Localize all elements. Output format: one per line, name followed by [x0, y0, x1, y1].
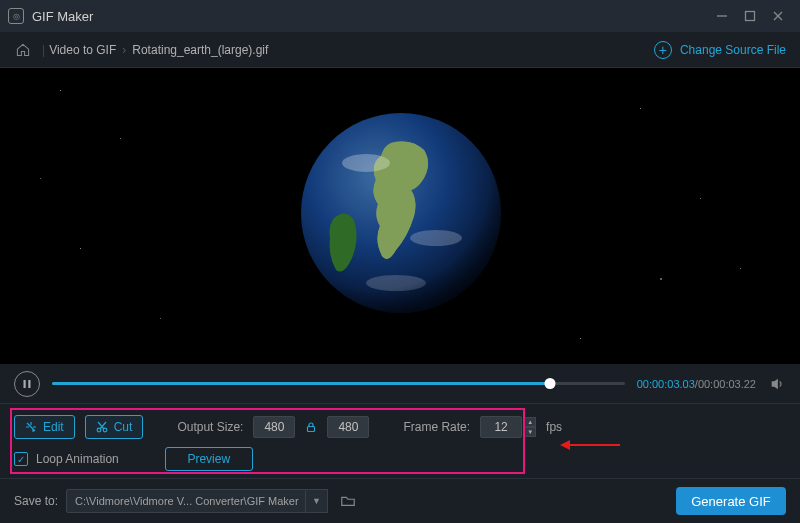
settings-panel: Edit Cut Output Size: Frame Rate: ▲ ▼ fp… — [0, 404, 800, 479]
video-preview[interactable] — [0, 68, 800, 364]
svg-rect-1 — [746, 12, 755, 21]
volume-icon[interactable] — [768, 375, 786, 393]
svg-marker-17 — [560, 440, 570, 450]
loop-animation-checkbox[interactable]: ✓ — [14, 452, 28, 466]
frame-rate-label: Frame Rate: — [403, 420, 470, 434]
save-to-label: Save to: — [14, 494, 58, 508]
frame-rate-input[interactable] — [480, 416, 522, 438]
save-path-dropdown[interactable]: ▼ — [306, 489, 328, 513]
edit-label: Edit — [43, 420, 64, 434]
earth-image — [296, 108, 506, 318]
pause-button[interactable] — [14, 371, 40, 397]
output-height-input[interactable] — [327, 416, 369, 438]
progress-slider[interactable] — [52, 382, 625, 385]
frame-rate-down[interactable]: ▼ — [524, 427, 536, 437]
cut-label: Cut — [114, 420, 133, 434]
annotation-arrow — [560, 438, 620, 455]
output-width-input[interactable] — [253, 416, 295, 438]
svg-rect-9 — [24, 380, 26, 388]
maximize-button[interactable] — [736, 2, 764, 30]
total-time: 00:00:03.22 — [698, 378, 756, 390]
save-path-input[interactable]: C:\Vidmore\Vidmore V... Converter\GIF Ma… — [66, 489, 306, 513]
time-display: 00:00:03.03/00:00:03.22 — [637, 378, 756, 390]
breadcrumb-filename: Rotating_earth_(large).gif — [132, 43, 268, 57]
titlebar: ◎ GIF Maker — [0, 0, 800, 32]
chevron-right-icon: › — [122, 43, 126, 57]
generate-gif-button[interactable]: Generate GIF — [676, 487, 786, 515]
breadcrumb-section[interactable]: Video to GIF — [49, 43, 116, 57]
close-button[interactable] — [764, 2, 792, 30]
frame-rate-up[interactable]: ▲ — [524, 417, 536, 427]
svg-rect-10 — [28, 380, 30, 388]
preview-label: Preview — [187, 452, 230, 466]
output-size-label: Output Size: — [177, 420, 243, 434]
loop-animation-label: Loop Animation — [36, 452, 119, 466]
app-logo-icon: ◎ — [8, 8, 24, 24]
fps-unit: fps — [546, 420, 562, 434]
preview-button[interactable]: Preview — [165, 447, 253, 471]
svg-point-8 — [301, 113, 501, 313]
cut-button[interactable]: Cut — [85, 415, 144, 439]
frame-rate-stepper[interactable]: ▲ ▼ — [480, 416, 536, 438]
app-title: GIF Maker — [32, 9, 93, 24]
change-source-label: Change Source File — [680, 43, 786, 57]
progress-thumb[interactable] — [545, 378, 556, 389]
current-time: 00:00:03.03 — [637, 378, 695, 390]
open-folder-icon[interactable] — [338, 491, 358, 511]
change-source-button[interactable]: + Change Source File — [654, 41, 786, 59]
playback-bar: 00:00:03.03/00:00:03.22 — [0, 364, 800, 404]
bottom-bar: Save to: C:\Vidmore\Vidmore V... Convert… — [0, 479, 800, 523]
breadcrumb-bar: | Video to GIF › Rotating_earth_(large).… — [0, 32, 800, 68]
minimize-button[interactable] — [708, 2, 736, 30]
svg-rect-15 — [308, 427, 315, 432]
progress-fill — [52, 382, 550, 385]
generate-label: Generate GIF — [691, 494, 770, 509]
edit-button[interactable]: Edit — [14, 415, 75, 439]
lock-icon[interactable] — [305, 421, 317, 433]
home-icon[interactable] — [14, 41, 32, 59]
plus-circle-icon: + — [654, 41, 672, 59]
